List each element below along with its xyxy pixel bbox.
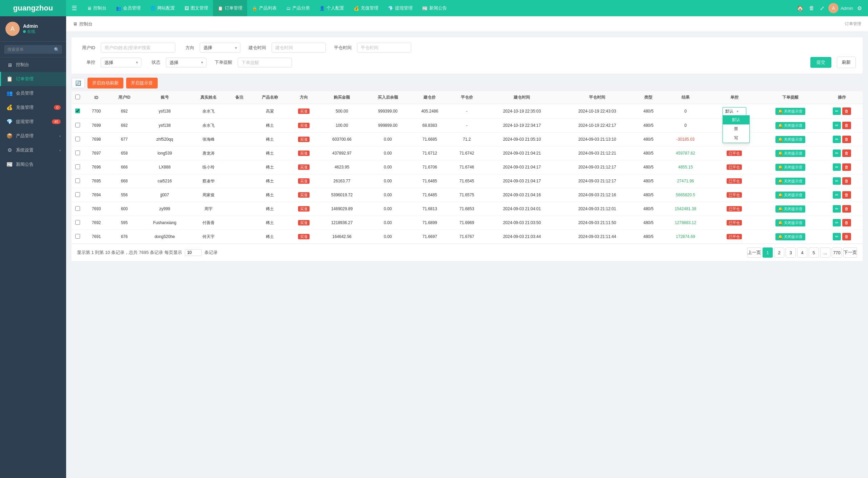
row-checkbox[interactable] (75, 108, 80, 113)
admin-info[interactable]: A Admin (828, 3, 853, 13)
page-5-btn[interactable]: 5 (809, 247, 819, 258)
sidebar-item-withdraw[interactable]: 💎 提现管理 45 (0, 115, 66, 129)
cell-control[interactable]: 已平仓 (709, 146, 760, 160)
dropdown-option[interactable]: 禁 (723, 124, 749, 134)
cell-remind[interactable]: 🔔 关闭提示音 (760, 188, 821, 202)
edit-button[interactable]: ✏ (833, 163, 841, 171)
nav-toggle-btn[interactable]: ☰ (66, 4, 82, 12)
refresh-filter-button[interactable]: 刷新 (837, 57, 856, 68)
select-all-checkbox[interactable] (75, 95, 80, 99)
sidebar-item-news[interactable]: 📰 新闻公告 (0, 157, 66, 172)
open-sound-button[interactable]: 开启提示音 (126, 78, 158, 88)
edit-button[interactable]: ✏ (833, 107, 841, 115)
edit-button[interactable]: ✏ (833, 233, 841, 240)
page-size-select[interactable]: 10 20 50 (185, 249, 202, 256)
close-remind-button[interactable]: 🔔 关闭提示音 (775, 219, 805, 226)
close-remind-button[interactable]: 🔔 关闭提示音 (775, 164, 805, 171)
row-checkbox[interactable] (75, 220, 80, 225)
cell-remind[interactable]: 🔔 关闭提示音 (760, 160, 821, 174)
page-1-btn[interactable]: 1 (763, 247, 773, 258)
prev-page-btn[interactable]: 上一页 (747, 247, 761, 258)
control-select[interactable]: 选择 480/5 240/3 (101, 58, 141, 67)
row-checkbox[interactable] (75, 234, 80, 239)
cell-control[interactable]: 已平仓 (709, 160, 760, 174)
home-icon-btn[interactable]: 🏠 (795, 4, 805, 13)
cell-remind[interactable]: 🔔 关闭提示音 (760, 104, 821, 119)
delete-button[interactable]: 🗑 (842, 122, 851, 129)
open-time-input[interactable] (272, 43, 326, 53)
row-checkbox[interactable] (75, 123, 80, 127)
cell-remind[interactable]: 🔔 关闭提示音 (760, 202, 821, 216)
close-remind-button[interactable]: 🔔 关闭提示音 (775, 136, 805, 143)
row-checkbox[interactable] (75, 206, 80, 211)
cell-control[interactable]: 已平仓 (709, 216, 760, 230)
nav-item-products[interactable]: 🔒 产品列表 (247, 0, 281, 16)
close-remind-button[interactable]: 🔔 关闭提示音 (775, 108, 805, 115)
dropdown-option[interactable]: 默认 (723, 115, 749, 124)
status-select[interactable]: 选择 持仓中 已平仓 (166, 58, 206, 67)
nav-item-dashboard[interactable]: 🖥 控制台 (82, 0, 111, 16)
page-4-btn[interactable]: 4 (797, 247, 807, 258)
page-2-btn[interactable]: 2 (774, 247, 784, 258)
close-remind-button[interactable]: 🔔 关闭提示音 (775, 150, 805, 157)
edit-button[interactable]: ✏ (833, 122, 841, 129)
refresh-icon-button[interactable]: 🔄 (72, 78, 85, 88)
page-3-btn[interactable]: 3 (786, 247, 796, 258)
close-remind-button[interactable]: 🔔 关闭提示音 (775, 178, 805, 185)
delete-button[interactable]: 🗑 (842, 205, 851, 213)
close-remind-button[interactable]: 🔔 关闭提示音 (775, 233, 805, 240)
cell-remind[interactable]: 🔔 关闭提示音 (760, 230, 821, 244)
cell-remind[interactable]: 🔔 关闭提示音 (760, 133, 821, 146)
edit-button[interactable]: ✏ (833, 205, 841, 213)
delete-button[interactable]: 🗑 (842, 136, 851, 143)
cell-remind[interactable]: 🔔 关闭提示音 (760, 216, 821, 230)
sidebar-item-dashboard[interactable]: 🖥 控制台 (0, 58, 66, 72)
user-id-input[interactable] (101, 43, 175, 53)
page-last-btn[interactable]: 770 (832, 247, 842, 258)
close-remind-button[interactable]: 🔔 关闭提示音 (775, 192, 805, 199)
delete-button[interactable]: 🗑 (842, 107, 851, 115)
cell-control[interactable]: 已平仓 (709, 174, 760, 188)
edit-button[interactable]: ✏ (833, 150, 841, 157)
delete-button[interactable]: 🗑 (842, 191, 851, 199)
delete-icon-btn[interactable]: 🗑 (808, 4, 816, 13)
order-remind-input[interactable] (238, 58, 292, 67)
sidebar-item-settings[interactable]: ⚙ 系统设置 ‹ (0, 143, 66, 157)
nav-item-recharge[interactable]: 💰 充值管理 (349, 0, 383, 16)
fullscreen-icon-btn[interactable]: ⤢ (818, 4, 826, 13)
delete-button[interactable]: 🗑 (842, 150, 851, 157)
sidebar-item-members[interactable]: 👥 会员管理 (0, 86, 66, 100)
edit-button[interactable]: ✏ (833, 177, 841, 185)
edit-button[interactable]: ✏ (833, 191, 841, 199)
cell-control[interactable]: 默认▼默认禁写 (709, 104, 760, 119)
cell-control[interactable]: 已平仓 (709, 230, 760, 244)
row-checkbox[interactable] (75, 192, 80, 197)
auto-refresh-button[interactable]: 开启自动刷新 (87, 78, 123, 88)
nav-item-orders[interactable]: 📋 订单管理 (213, 0, 247, 16)
next-page-btn[interactable]: 下一页 (843, 247, 857, 258)
delete-button[interactable]: 🗑 (842, 163, 851, 171)
nav-item-personal[interactable]: 👤 个人配置 (315, 0, 349, 16)
submit-button[interactable]: 提交 (810, 57, 831, 68)
sidebar-item-product-mgmt[interactable]: 📦 产品管理 ‹ (0, 129, 66, 143)
delete-button[interactable]: 🗑 (842, 177, 851, 185)
row-checkbox[interactable] (75, 178, 80, 183)
close-remind-button[interactable]: 🔔 关闭提示音 (775, 122, 805, 129)
nav-item-site-config[interactable]: 🌐 网站配置 (145, 0, 180, 16)
cell-control[interactable]: 已平仓 (709, 188, 760, 202)
row-checkbox[interactable] (75, 137, 80, 141)
search-input[interactable] (4, 45, 62, 54)
edit-button[interactable]: ✏ (833, 136, 841, 143)
more-icon-btn[interactable]: ⚙ (856, 4, 863, 13)
dropdown-option[interactable]: 写 (723, 134, 749, 143)
sidebar-item-recharge[interactable]: 💰 充值管理 0 (0, 100, 66, 115)
nav-item-members[interactable]: 👥 会员管理 (111, 0, 145, 16)
cell-remind[interactable]: 🔔 关闭提示音 (760, 174, 821, 188)
delete-button[interactable]: 🗑 (842, 219, 851, 226)
direction-select[interactable]: 选择 买涨 买跌 (200, 43, 240, 53)
nav-item-media[interactable]: 🖼 图文管理 (180, 0, 213, 16)
cell-remind[interactable]: 🔔 关闭提示音 (760, 146, 821, 160)
cell-remind[interactable]: 🔔 关闭提示音 (760, 119, 821, 133)
cell-control[interactable]: 已平仓 (709, 202, 760, 216)
close-remind-button[interactable]: 🔔 关闭提示音 (775, 205, 805, 213)
